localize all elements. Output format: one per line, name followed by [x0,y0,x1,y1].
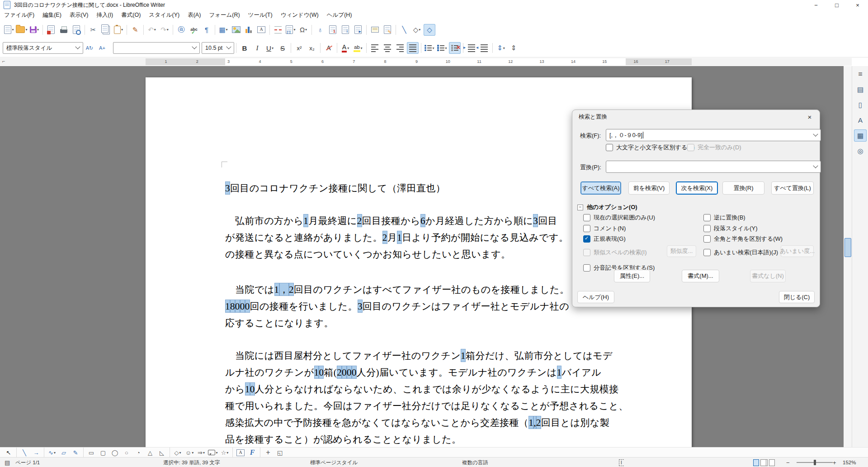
font-color-icon[interactable]: A▾ [340,42,351,54]
text-box-icon[interactable]: A [235,448,246,457]
sidebar-tab-properties-icon[interactable]: ▤ [854,83,867,95]
menu-item-7[interactable]: フォーム(R) [205,10,244,20]
font-name-select[interactable] [113,42,200,54]
menu-item-3[interactable]: 挿入(I) [92,10,117,20]
insert-image-icon[interactable] [230,24,242,36]
footnote-icon[interactable] [327,24,339,36]
format-button[interactable]: 書式(M)... [682,270,719,282]
redo-icon[interactable]: ↷▾ [159,24,170,36]
block-arrows-icon[interactable]: ⇒▾ [196,448,207,457]
hyperlink-icon[interactable]: ♁ [314,24,326,36]
dropdown-arrow-icon[interactable]: ▾ [226,28,228,32]
menu-item-0[interactable]: ファイル(F) [0,10,38,20]
dropdown-arrow-icon[interactable]: ▾ [347,46,349,50]
spelling-icon[interactable]: abc✓ [188,24,200,36]
find-all-button[interactable]: すべて検索(A) [580,181,621,195]
paragraph-spacing-increase-icon[interactable]: ⇕ [508,42,519,54]
find-replace-icon[interactable]: ⓐ [175,24,187,36]
insert-chart-icon[interactable] [243,24,255,36]
menu-item-4[interactable]: 書式(O) [117,10,145,20]
dropdown-arrow-icon[interactable]: ▾ [419,28,420,32]
strikethrough-icon[interactable]: S [277,42,288,54]
word-count[interactable]: 選択中: 39 単語, 39 文字 [163,457,220,467]
dropdown-arrow-icon[interactable]: ▾ [37,28,39,32]
align-left-icon[interactable] [369,42,381,54]
dropdown-arrow-icon[interactable]: ▾ [25,28,27,32]
dropdown-arrow-icon[interactable]: ▾ [445,46,447,50]
dropdown-arrow-icon[interactable]: ▾ [305,28,307,32]
superscript-icon[interactable]: x² [293,42,305,54]
book-view-icon[interactable] [769,459,775,466]
right-triangle-icon[interactable]: ◺ [156,448,167,457]
font-size-select[interactable]: 10.5 pt [202,42,234,54]
tab-stop-selector-icon[interactable]: ⌐ [2,58,5,64]
dropdown-arrow-icon[interactable]: ▾ [293,28,295,32]
rectangle-icon[interactable]: ▭ [86,448,97,457]
sounds-like-checkbox[interactable]: あいまい検索(日本語)(J) [703,248,778,257]
dropdown-arrow-icon[interactable]: ▾ [503,46,505,50]
new-style-icon[interactable]: A+ [96,42,108,54]
triangle-icon[interactable]: △ [145,448,156,457]
subscript-icon[interactable]: x₂ [306,42,318,54]
print-icon[interactable] [58,24,70,36]
align-center-icon[interactable] [382,42,393,54]
dropdown-arrow-icon[interactable]: ▾ [203,451,205,455]
page-indicator[interactable]: ページ 1/1 [15,457,40,467]
dropdown-arrow-icon[interactable]: ▾ [216,451,217,455]
track-changes-icon[interactable] [382,24,393,36]
text-language[interactable]: 複数の言語 [462,457,488,467]
maximize-button[interactable]: □ [826,0,847,10]
special-character-icon[interactable]: Ω▾ [297,24,309,36]
search-input[interactable]: [,，０-９0-9] [606,129,821,141]
line-arrow-icon[interactable]: → [31,448,42,457]
other-options-expander[interactable]: − 他のオプション(O) [577,203,637,211]
save-icon[interactable]: ▾ [28,24,40,36]
comments-checkbox[interactable]: コメント(N) [583,224,626,233]
dropdown-arrow-icon[interactable]: ▾ [179,451,181,455]
dialog-titlebar[interactable]: 検索と置換 × [572,110,820,124]
sidebar-tab-page-icon[interactable]: ▯ [854,99,867,111]
print-preview-icon[interactable] [71,24,82,36]
open-icon[interactable]: ▾ [16,24,28,36]
line-icon[interactable]: ╲ [398,24,410,36]
dropdown-arrow-icon[interactable]: ▾ [167,28,169,32]
justify-icon[interactable] [407,42,419,54]
dropdown-arrow-icon[interactable]: ▾ [154,28,156,32]
zoom-in-icon[interactable]: + [833,457,836,467]
basic-shapes2-icon[interactable]: ◇▾ [172,448,183,457]
ellipse-icon[interactable]: ◯ [109,448,120,457]
dropdown-arrow-icon[interactable]: ▾ [272,46,274,50]
menu-item-8[interactable]: ツール(T) [244,10,277,20]
paragraph-styles-checkbox[interactable]: 段落スタイル(Y) [703,224,758,233]
bullet-list-icon[interactable]: ▾ [424,42,435,54]
insert-field-icon[interactable]: ▾ [285,24,297,36]
undo-icon[interactable]: ↶▾ [146,24,158,36]
zoom-slider[interactable] [790,457,834,467]
dropdown-arrow-icon[interactable]: ▾ [121,28,123,32]
replace-all-button[interactable]: すべて置換(L) [771,181,814,195]
dropdown-arrow-icon[interactable]: ▾ [192,451,193,455]
save-status-icon[interactable]: ▤ [5,457,10,467]
zoom-out-icon[interactable]: − [786,457,790,467]
highlight-color-icon[interactable]: ab▾ [352,42,364,54]
freeform-icon[interactable]: ✎ [70,448,81,457]
line-spacing-icon[interactable]: ⇕▾ [495,42,507,54]
no-list-icon[interactable]: ✕ [449,42,461,54]
selection-mode-icon[interactable]: I [619,459,624,466]
multi-page-view-icon[interactable] [760,459,766,466]
insert-table-icon[interactable]: ▦▾ [217,24,229,36]
clone-formatting-icon[interactable]: ✎ [129,24,141,36]
dialog-close-icon[interactable]: × [800,110,820,124]
attributes-button[interactable]: 属性(E)... [614,270,650,282]
polygon-icon[interactable]: ▱ [58,448,69,457]
menu-item-10[interactable]: ヘルプ(H) [323,10,356,20]
menu-item-9[interactable]: ウィンドウ(W) [277,10,323,20]
dropdown-arrow-icon[interactable]: ▾ [226,451,228,455]
find-previous-button[interactable]: 前を検索(V) [628,181,670,195]
single-page-view-icon[interactable] [753,459,759,466]
fullwidth-halfwidth-checkbox[interactable]: 全角と半角を区別する(W) [703,235,783,243]
basic-shapes-icon[interactable]: ◇▾ [411,24,423,36]
update-style-icon[interactable]: A↻ [84,42,95,54]
selection-only-checkbox[interactable]: 現在の選択範囲のみ(U) [583,214,655,222]
zoom-slider-thumb[interactable] [814,460,816,465]
